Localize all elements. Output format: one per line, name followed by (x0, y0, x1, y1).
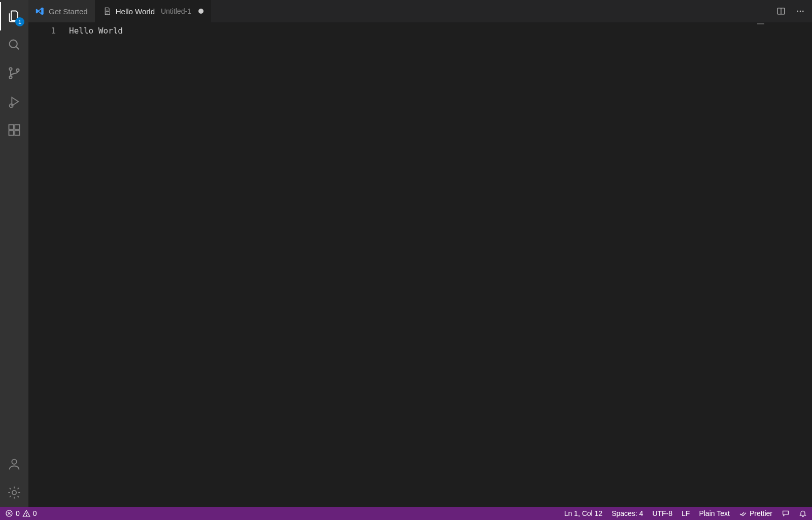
status-cursor-position[interactable]: Ln 1, Col 12 (564, 509, 603, 517)
tab-label: Get Started (49, 7, 88, 16)
account-icon (7, 457, 21, 471)
status-notifications[interactable] (799, 509, 807, 517)
svg-point-3 (16, 69, 19, 72)
tab-subtitle: Untitled-1 (161, 7, 191, 15)
branch-icon (7, 66, 21, 80)
activity-run-debug[interactable] (0, 87, 28, 116)
line-number-gutter: 1 (28, 22, 69, 507)
editor-region: Get Started Hello World Untitled-1 (28, 0, 812, 507)
svg-rect-7 (15, 131, 19, 135)
status-indentation[interactable]: Spaces: 4 (612, 509, 643, 517)
svg-rect-6 (9, 131, 14, 135)
tab-get-started[interactable]: Get Started (28, 0, 95, 22)
activity-bar: 1 (0, 0, 28, 507)
tab-bar-actions (773, 0, 812, 22)
run-debug-icon (7, 94, 21, 109)
feedback-icon (782, 509, 790, 517)
split-editor-button[interactable] (773, 4, 789, 19)
svg-point-0 (10, 40, 17, 48)
split-icon (776, 7, 786, 16)
svg-rect-8 (15, 125, 19, 129)
error-count: 0 (16, 509, 20, 517)
svg-point-14 (802, 11, 804, 12)
line-number: 1 (28, 25, 56, 37)
svg-point-1 (9, 68, 12, 70)
svg-point-12 (797, 11, 798, 12)
warning-icon (22, 509, 30, 517)
activity-extensions[interactable] (0, 116, 28, 144)
code-line[interactable]: Hello World (69, 25, 756, 37)
status-eol[interactable]: LF (682, 509, 690, 517)
status-bar: 0 0 Ln 1, Col 12 Spaces: 4 UTF-8 LF Plai… (0, 507, 812, 520)
tab-bar: Get Started Hello World Untitled-1 (28, 0, 812, 22)
editor-body[interactable]: 1 Hello World (28, 22, 812, 507)
code-content[interactable]: Hello World (69, 22, 756, 507)
status-feedback[interactable] (782, 509, 790, 517)
bell-icon (799, 509, 807, 517)
svg-point-10 (12, 491, 16, 495)
main-area: 1 (0, 0, 812, 507)
ellipsis-icon (796, 7, 805, 16)
svg-rect-5 (9, 125, 14, 129)
dirty-indicator-icon (198, 9, 204, 14)
status-encoding[interactable]: UTF-8 (652, 509, 672, 517)
tab-label: Hello World (116, 7, 155, 16)
error-icon (5, 509, 13, 517)
more-actions-button[interactable] (793, 4, 808, 19)
svg-point-9 (12, 460, 16, 464)
file-icon (103, 7, 112, 16)
minimap-content-icon (757, 23, 764, 24)
activity-explorer[interactable]: 1 (0, 2, 28, 30)
extensions-icon (7, 123, 21, 137)
activity-accounts[interactable] (0, 450, 28, 478)
activity-source-control[interactable] (0, 59, 28, 87)
minimap[interactable] (756, 22, 812, 507)
tab-untitled-1[interactable]: Hello World Untitled-1 (95, 0, 211, 22)
gear-icon (7, 485, 21, 500)
warning-count: 0 (33, 509, 37, 517)
svg-point-13 (800, 11, 801, 12)
status-problems[interactable]: 0 0 (5, 509, 37, 517)
svg-point-2 (9, 76, 12, 79)
activity-search[interactable] (0, 30, 28, 59)
search-icon (7, 38, 21, 52)
explorer-badge: 1 (15, 17, 24, 26)
svg-point-16 (26, 515, 26, 515)
vscode-icon (36, 7, 45, 16)
activity-settings[interactable] (0, 478, 28, 507)
double-check-icon (739, 509, 747, 517)
status-language-mode[interactable]: Plain Text (699, 509, 729, 517)
status-prettier[interactable]: Prettier (739, 509, 772, 517)
